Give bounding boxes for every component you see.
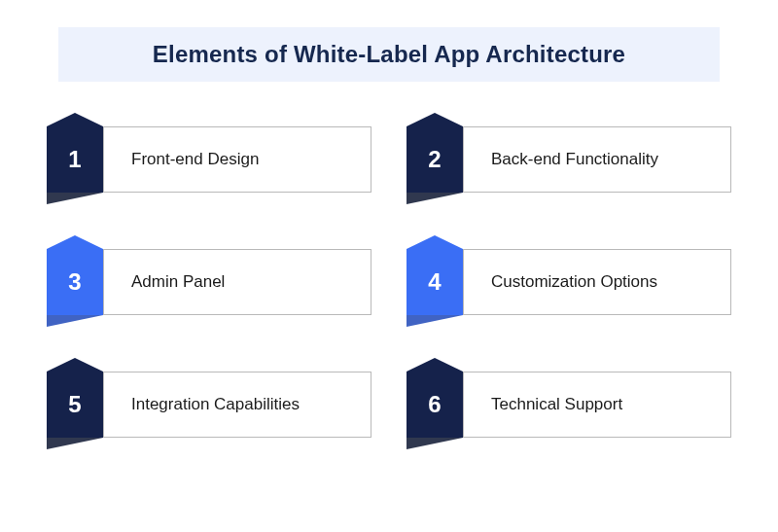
number-text: 6 [428,391,441,418]
number-badge: 6 [407,372,463,438]
label-box: Front-end Design [103,126,371,193]
badge-shadow [47,315,103,327]
element-label: Customization Options [491,272,657,292]
number-text: 5 [68,391,81,418]
elements-grid: 1 Front-end Design 2 Back-end Functional… [0,82,778,449]
label-box: Integration Capabilities [103,372,371,438]
label-box: Back-end Functionality [463,126,731,193]
element-label: Back-end Functionality [491,150,658,169]
element-label: Integration Capabilities [131,395,300,414]
element-label: Front-end Design [131,150,259,169]
title-bar: Elements of White-Label App Architecture [58,27,720,82]
number-text: 2 [428,146,441,173]
number-badge: 4 [407,249,463,315]
number-badge: 3 [47,249,103,315]
element-item-6: 6 Technical Support [407,372,731,449]
badge-shadow [47,193,103,204]
element-item-5: 5 Integration Capabilities [47,372,371,449]
element-item-3: 3 Admin Panel [47,249,371,327]
badge-shadow [47,438,103,449]
number-badge: 5 [47,372,103,438]
label-box: Customization Options [463,249,731,315]
element-label: Admin Panel [131,272,225,292]
number-text: 1 [68,146,81,173]
number-text: 4 [428,268,441,296]
number-text: 3 [68,268,81,296]
element-item-4: 4 Customization Options [407,249,731,327]
label-box: Technical Support [463,372,731,438]
badge-shadow [407,315,463,327]
page-title: Elements of White-Label App Architecture [58,41,720,68]
number-badge: 1 [47,126,103,193]
element-item-1: 1 Front-end Design [47,126,371,204]
badge-shadow [407,438,463,449]
element-label: Technical Support [491,395,622,414]
label-box: Admin Panel [103,249,371,315]
element-item-2: 2 Back-end Functionality [407,126,731,204]
number-badge: 2 [407,126,463,193]
badge-shadow [407,193,463,204]
